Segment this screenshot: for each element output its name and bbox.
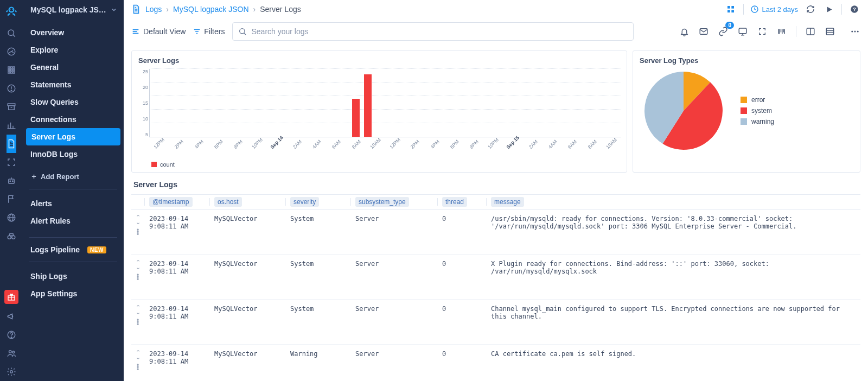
legend-swatch-icon	[741, 107, 747, 114]
megaphone-icon[interactable]	[4, 307, 18, 326]
sidebar-item-connections[interactable]: Connections	[23, 111, 124, 128]
column-header-severity[interactable]: severity	[286, 195, 351, 209]
grid-icon[interactable]	[7, 61, 16, 79]
column-header-subsystem-type[interactable]: subsystem_type	[351, 195, 438, 209]
flag-icon[interactable]	[7, 190, 16, 208]
filter-icon	[193, 28, 201, 35]
refresh-icon[interactable]	[805, 3, 816, 15]
brand-logo[interactable]	[4, 3, 19, 18]
pipeline-label: Logs Pipeline	[30, 245, 80, 254]
mail-icon[interactable]	[698, 26, 709, 37]
table-icon[interactable]	[825, 26, 835, 37]
apps-icon[interactable]	[725, 3, 737, 15]
chevron-right-icon: ›	[253, 5, 256, 14]
row-handle[interactable]: ⌃⌄•••	[131, 345, 145, 382]
column-header-message[interactable]: message	[487, 195, 860, 209]
bar[interactable]	[364, 74, 372, 137]
svg-point-55	[240, 29, 245, 34]
archive-icon[interactable]	[7, 98, 16, 116]
badge-new: NEW	[87, 246, 106, 253]
legend-item-error[interactable]: error	[741, 94, 774, 105]
search-input[interactable]	[232, 22, 634, 41]
table-row[interactable]: ⌃⌄•••2023-09-14 9:08:11 AMMySQLVectorWar…	[131, 345, 860, 382]
sidebar-item-overview[interactable]: Overview	[23, 24, 124, 41]
gift-icon[interactable]	[4, 290, 18, 304]
cell-message: Channel mysql_main configured to support…	[487, 300, 860, 345]
svg-rect-18	[8, 104, 15, 106]
table-row[interactable]: ⌃⌄•••2023-09-14 9:08:11 AMMySQLVectorSys…	[131, 300, 860, 345]
time-range-picker[interactable]: Last 2 days	[750, 5, 799, 14]
table-row[interactable]: ⌃⌄•••2023-09-14 9:08:11 AMMySQLVectorSys…	[131, 209, 860, 255]
sidebar-item-server-logs[interactable]: Server Logs	[26, 128, 120, 145]
add-report-button[interactable]: ＋ Add Report	[23, 167, 124, 186]
settings-icon[interactable]	[4, 363, 18, 381]
project-selector[interactable]: MySQL logpack JS…	[23, 0, 124, 22]
scan-icon[interactable]	[7, 153, 16, 172]
barcode-icon[interactable]	[776, 26, 787, 37]
view-dropdown[interactable]: Default View	[131, 27, 186, 36]
alert-icon[interactable]	[7, 79, 16, 98]
panel-split-icon[interactable]	[805, 26, 816, 37]
svg-point-73	[854, 31, 856, 33]
dashboard-icon[interactable]	[7, 42, 16, 61]
help-icon[interactable]	[4, 326, 18, 344]
binoculars-icon[interactable]	[7, 227, 16, 245]
sidebar-item-slow-queries[interactable]: Slow Queries	[23, 93, 124, 111]
more-icon[interactable]	[850, 26, 860, 37]
crumb-logs[interactable]: Logs	[145, 5, 162, 14]
svg-point-40	[10, 371, 13, 373]
column-header-os-host[interactable]: os.host	[210, 195, 286, 209]
link-icon[interactable]: 0	[718, 26, 729, 37]
svg-rect-43	[727, 10, 730, 12]
sidebar-item-alerts[interactable]: Alerts	[23, 195, 124, 212]
pie-chart[interactable]	[643, 70, 724, 151]
row-handle[interactable]: ⌃⌄•••	[131, 255, 145, 300]
crumb-project[interactable]: MySQL logpack JSON	[173, 5, 249, 14]
logs-table: @timestampos.hostseveritysubsystem_typet…	[131, 194, 860, 381]
search-field[interactable]	[251, 27, 628, 36]
sidebar-item-ship-logs[interactable]: Ship Logs	[23, 268, 124, 285]
table-header-row: @timestampos.hostseveritysubsystem_typet…	[131, 195, 860, 209]
crumb-current: Server Logs	[260, 5, 301, 14]
globe-icon[interactable]	[7, 208, 16, 227]
filters-button[interactable]: Filters	[193, 27, 225, 36]
screen-icon[interactable]	[737, 26, 748, 37]
table-row[interactable]: ⌃⌄•••2023-09-14 9:08:11 AMMySQLVectorSys…	[131, 255, 860, 300]
legend-label: warning	[751, 118, 774, 125]
users-icon[interactable]	[4, 344, 18, 363]
sidebar-item-statements[interactable]: Statements	[23, 76, 124, 93]
sidebar-item-app-settings[interactable]: App Settings	[23, 285, 124, 302]
sidebar-item-innodb-logs[interactable]: InnoDB Logs	[23, 145, 124, 163]
svg-rect-14	[13, 72, 15, 73]
document-icon[interactable]	[7, 135, 16, 153]
svg-point-39	[12, 351, 15, 353]
bar-chart[interactable]: 252015105 12PM2PM4PM6PM8PM10PMSep 142AM4…	[132, 67, 627, 159]
sidebar-item-general[interactable]: General	[23, 59, 124, 76]
svg-rect-7	[11, 67, 12, 68]
sidebar-item-logs-pipeline[interactable]: Logs Pipeline NEW	[23, 241, 124, 258]
svg-rect-9	[8, 69, 10, 71]
cell-host: MySQLVector	[210, 209, 286, 255]
column-header-thread[interactable]: thread	[438, 195, 487, 209]
bar[interactable]	[352, 99, 360, 137]
sidebar-item-alert-rules[interactable]: Alert Rules	[23, 212, 124, 230]
sidebar-item-explore[interactable]: Explore	[23, 41, 124, 59]
cell-severity: Warning	[286, 345, 351, 382]
svg-point-37	[11, 337, 12, 338]
add-report-label: Add Report	[41, 173, 79, 181]
bell-icon[interactable]	[679, 26, 690, 37]
chart-icon[interactable]	[7, 116, 16, 135]
svg-rect-8	[13, 67, 15, 68]
expand-icon[interactable]	[757, 26, 768, 37]
legend-item-warning[interactable]: warning	[741, 116, 774, 127]
robot-icon[interactable]	[7, 172, 16, 190]
document-icon	[131, 4, 141, 14]
help-icon[interactable]: ?	[848, 3, 860, 15]
row-handle[interactable]: ⌃⌄•••	[131, 209, 145, 255]
column-header--timestamp[interactable]: @timestamp	[145, 195, 210, 209]
row-handle[interactable]: ⌃⌄•••	[131, 300, 145, 345]
search-icon[interactable]	[7, 24, 16, 42]
play-icon[interactable]	[823, 3, 835, 15]
svg-point-74	[857, 31, 859, 33]
legend-item-system[interactable]: system	[741, 105, 774, 116]
